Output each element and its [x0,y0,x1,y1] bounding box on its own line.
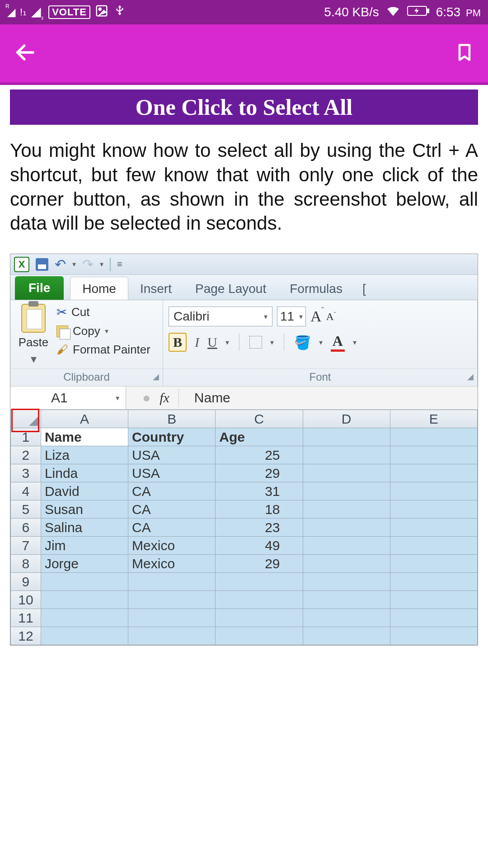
cell[interactable] [390,428,477,446]
bold-button[interactable]: B [169,333,187,352]
cell[interactable] [390,464,477,482]
column-header[interactable]: B [128,410,216,428]
cell[interactable]: USA [128,446,216,464]
increase-font-icon[interactable]: Aˆ [310,308,322,325]
tab-formulas[interactable]: Formulas [278,277,354,300]
cell[interactable] [390,500,477,519]
row-header[interactable]: 6 [11,519,41,537]
dialog-launcher-icon[interactable]: ◢ [467,372,474,382]
undo-icon[interactable]: ↶ [55,256,66,272]
cell[interactable] [303,519,390,537]
row-header[interactable]: 11 [11,609,41,627]
cell[interactable]: 18 [216,500,303,519]
cell[interactable]: David [41,482,128,500]
cell[interactable] [390,591,477,609]
cell[interactable]: 29 [216,464,303,482]
cell[interactable] [390,555,477,573]
row-header[interactable]: 3 [11,464,41,482]
cell[interactable]: Mexico [128,537,216,555]
cell[interactable]: Mexico [128,555,216,573]
row-header[interactable]: 9 [11,573,41,591]
cell[interactable]: CA [128,519,216,537]
font-color-icon[interactable]: A [331,333,345,352]
paste-button[interactable]: Paste ▾ [16,304,51,368]
cell[interactable] [41,573,128,591]
redo-icon[interactable]: ↷ [82,256,94,272]
row-header[interactable]: 2 [11,446,41,464]
cell[interactable]: 49 [216,537,303,555]
qat-customize-icon[interactable]: ≡ [117,259,122,269]
cell[interactable] [128,609,216,627]
cell[interactable] [41,627,128,645]
cell[interactable] [390,482,477,500]
tab-insert[interactable]: Insert [128,277,183,300]
cell[interactable]: 29 [216,555,303,573]
cell[interactable] [216,627,303,645]
column-header[interactable]: C [216,410,303,428]
decrease-font-icon[interactable]: Aˇ [326,311,336,323]
italic-button[interactable]: I [195,335,199,350]
cell[interactable] [303,609,390,627]
cell[interactable]: Jorge [41,555,128,573]
cell[interactable]: Salina [41,519,128,537]
borders-icon[interactable] [249,336,262,349]
cell[interactable] [303,428,390,446]
cell[interactable] [216,591,303,609]
column-header[interactable]: E [390,410,477,428]
cell[interactable]: Linda [41,464,128,482]
cell[interactable]: CA [128,500,216,519]
cell[interactable]: 23 [216,519,303,537]
cell[interactable] [303,537,390,555]
tab-home[interactable]: Home [70,277,128,300]
cell[interactable] [390,519,477,537]
bookmark-button[interactable] [455,42,474,64]
cut-button[interactable]: ✂Cut [56,305,150,320]
cell[interactable]: Age [216,428,303,446]
dialog-launcher-icon[interactable]: ◢ [153,372,159,382]
cell[interactable] [216,609,303,627]
cell[interactable] [303,555,390,573]
cell[interactable] [303,591,390,609]
cell[interactable] [303,446,390,464]
format-painter-button[interactable]: 🖌Format Painter [56,343,150,357]
cell[interactable] [216,573,303,591]
tab-file[interactable]: File [15,276,64,300]
row-header[interactable]: 8 [11,555,41,573]
cell[interactable] [390,446,477,464]
cell[interactable]: Country [128,428,216,446]
formula-bar-value[interactable]: Name [188,390,230,406]
cell[interactable] [128,591,216,609]
row-header[interactable]: 4 [11,482,41,500]
column-header[interactable]: D [303,410,390,428]
excel-grid[interactable]: A B C D E 1NameCountryAge2LizaUSA253Lind… [10,410,478,645]
select-all-corner[interactable] [11,410,41,428]
save-icon[interactable] [36,258,48,271]
cell[interactable] [41,591,128,609]
cell[interactable] [390,627,477,645]
cell[interactable] [303,627,390,645]
cell[interactable]: CA [128,482,216,500]
cell[interactable]: 31 [216,482,303,500]
font-size-dropdown[interactable]: 11▾ [277,307,306,326]
fx-icon[interactable]: fx [160,390,169,406]
cell[interactable]: Liza [41,446,128,464]
row-header[interactable]: 7 [11,537,41,555]
name-box[interactable]: A1▾ [10,387,126,409]
font-name-dropdown[interactable]: Calibri▾ [169,307,272,326]
back-button[interactable] [14,41,37,66]
cell[interactable] [128,573,216,591]
cell[interactable]: Susan [41,500,128,519]
cell[interactable]: Jim [41,537,128,555]
fill-color-icon[interactable]: 🪣 [294,335,311,350]
row-header[interactable]: 1 [11,428,41,446]
cell[interactable]: 25 [216,446,303,464]
row-header[interactable]: 5 [11,500,41,519]
cell[interactable] [390,609,477,627]
cell[interactable] [303,573,390,591]
row-header[interactable]: 12 [11,627,41,645]
cell[interactable] [41,609,128,627]
row-header[interactable]: 10 [11,591,41,609]
cell[interactable] [390,537,477,555]
cell[interactable] [303,464,390,482]
paste-dropdown-icon[interactable]: ▾ [31,352,37,366]
